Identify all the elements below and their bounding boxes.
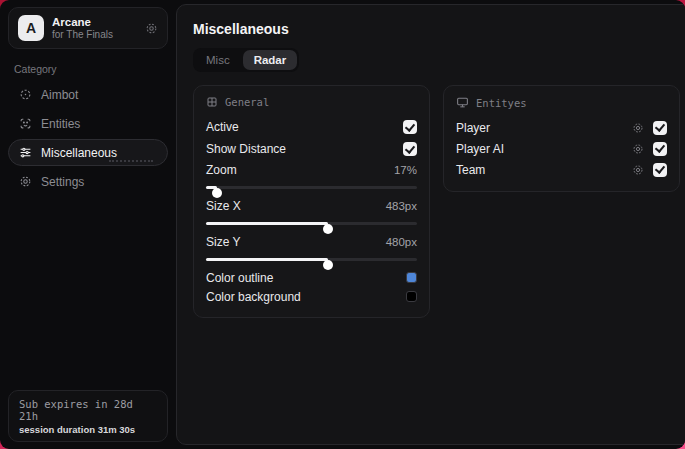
gear-icon[interactable] bbox=[632, 164, 644, 176]
sidebar-item-label: Miscellaneous bbox=[41, 146, 117, 160]
setting-row-size-x: Size X 483px bbox=[206, 196, 417, 216]
tab-radar[interactable]: Radar bbox=[243, 50, 298, 70]
setting-label: Color outline bbox=[206, 271, 273, 285]
sidebar: A Arcane for The Finals Category bbox=[0, 0, 176, 449]
gear-icon[interactable] bbox=[632, 122, 644, 134]
app-subtitle: for The Finals bbox=[52, 29, 137, 41]
sliders-icon bbox=[18, 146, 32, 159]
sidebar-item-label: Entities bbox=[41, 117, 80, 131]
tab-bar: Misc Radar bbox=[193, 48, 299, 72]
player-ai-checkbox[interactable] bbox=[653, 142, 667, 156]
panel-title: General bbox=[225, 96, 269, 108]
sidebar-item-aimbot[interactable]: Aimbot bbox=[8, 81, 168, 108]
zoom-value: 17% bbox=[394, 164, 417, 176]
slider-thumb[interactable] bbox=[323, 224, 333, 234]
setting-row-zoom: Zoom 17% bbox=[206, 160, 417, 180]
session-duration-text: session duration 31m 30s bbox=[19, 424, 157, 435]
panel-title: Entityes bbox=[476, 97, 527, 109]
player-checkbox[interactable] bbox=[653, 121, 667, 135]
zoom-slider[interactable] bbox=[206, 181, 417, 193]
setting-row-active: Active bbox=[206, 116, 417, 138]
setting-row-show-distance: Show Distance bbox=[206, 138, 417, 160]
size-x-value: 483px bbox=[386, 200, 417, 212]
scan-face-icon bbox=[18, 117, 32, 130]
layout-grid-icon bbox=[206, 96, 218, 108]
entities-panel: Entityes Player Player AI bbox=[443, 85, 680, 192]
setting-label: Color background bbox=[206, 290, 301, 304]
general-panel: General Active Show Distance Zoom 17% bbox=[193, 85, 430, 318]
setting-row-size-y: Size Y 480px bbox=[206, 232, 417, 252]
entity-label: Team bbox=[456, 163, 485, 177]
setting-row-color-background: Color background bbox=[206, 287, 417, 306]
main-content: Miscellaneous Misc Radar General bbox=[176, 4, 685, 445]
app-logo: A bbox=[18, 15, 44, 41]
active-checkbox[interactable] bbox=[403, 120, 417, 134]
color-background-swatch[interactable] bbox=[406, 291, 417, 302]
sidebar-item-entities[interactable]: Entities bbox=[8, 110, 168, 137]
subscription-card: Sub expires in 28d 21h session duration … bbox=[8, 390, 168, 442]
slider-thumb[interactable] bbox=[212, 188, 222, 198]
setting-label: Active bbox=[206, 120, 239, 134]
sub-expiry-text: Sub expires in 28d 21h bbox=[19, 398, 157, 422]
slider-thumb[interactable] bbox=[323, 260, 333, 270]
setting-label: Size X bbox=[206, 199, 241, 213]
brand-card: A Arcane for The Finals bbox=[8, 7, 168, 49]
team-checkbox[interactable] bbox=[653, 163, 667, 177]
setting-label: Zoom bbox=[206, 163, 237, 177]
tab-misc[interactable]: Misc bbox=[195, 50, 241, 70]
sidebar-item-miscellaneous[interactable]: Miscellaneous bbox=[8, 139, 168, 166]
sidebar-item-settings[interactable]: Settings bbox=[8, 168, 168, 195]
gear-icon bbox=[18, 175, 32, 188]
entity-row-team: Team bbox=[456, 159, 667, 180]
category-label: Category bbox=[14, 63, 168, 75]
setting-row-color-outline: Color outline bbox=[206, 268, 417, 287]
crosshair-icon bbox=[18, 88, 32, 101]
setting-label: Size Y bbox=[206, 235, 240, 249]
gear-icon[interactable] bbox=[145, 22, 158, 35]
entity-row-player: Player bbox=[456, 117, 667, 138]
show-distance-checkbox[interactable] bbox=[403, 142, 417, 156]
entity-label: Player AI bbox=[456, 142, 504, 156]
sidebar-item-label: Settings bbox=[41, 175, 84, 189]
monitor-icon bbox=[456, 96, 469, 109]
setting-label: Show Distance bbox=[206, 142, 286, 156]
entity-label: Player bbox=[456, 121, 490, 135]
sidebar-nav: Aimbot Entities bbox=[8, 81, 168, 195]
entity-row-player-ai: Player AI bbox=[456, 138, 667, 159]
active-item-dots bbox=[109, 160, 153, 162]
size-y-value: 480px bbox=[386, 236, 417, 248]
app-title: Arcane bbox=[52, 16, 137, 29]
size-y-slider[interactable] bbox=[206, 253, 417, 265]
app-window: A Arcane for The Finals Category bbox=[0, 0, 685, 449]
color-outline-swatch[interactable] bbox=[406, 272, 417, 283]
size-x-slider[interactable] bbox=[206, 217, 417, 229]
page-title: Miscellaneous bbox=[193, 21, 680, 37]
sidebar-item-label: Aimbot bbox=[41, 88, 78, 102]
gear-icon[interactable] bbox=[632, 143, 644, 155]
